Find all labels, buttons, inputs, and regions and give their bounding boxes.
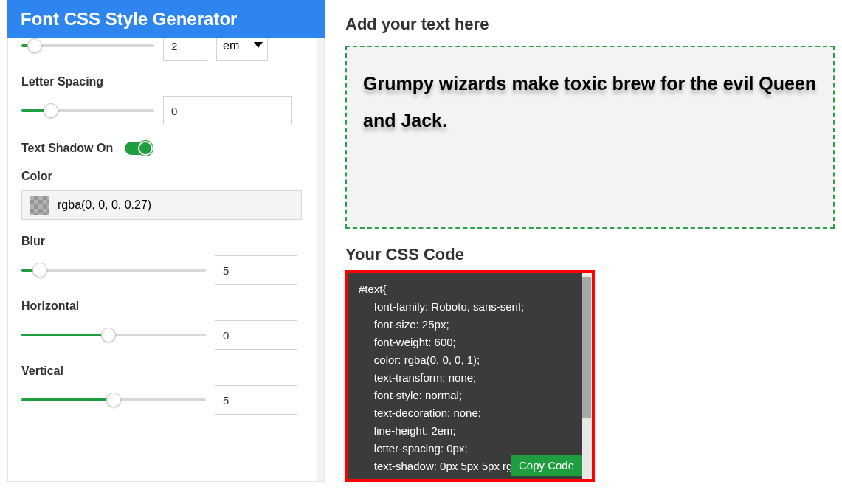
line-height-unit-select[interactable]: em: [216, 38, 268, 61]
text-shadow-toggle[interactable]: [125, 142, 151, 155]
preview-text: Grumpy wizards make toxic brew for the e…: [363, 65, 817, 139]
blur-slider[interactable]: [21, 263, 206, 277]
css-code-box[interactable]: #text{ font-family: Roboto, sans-serif; …: [348, 273, 592, 479]
code-highlight-border: #text{ font-family: Roboto, sans-serif; …: [345, 270, 595, 482]
line-height-slider[interactable]: [21, 38, 154, 53]
horizontal-label: Horizontal: [21, 300, 311, 313]
vertical-input[interactable]: [215, 385, 297, 415]
toggle-knob-icon: [138, 141, 153, 156]
code-scrollbar-thumb[interactable]: [582, 277, 591, 418]
controls-scrollbar[interactable]: [318, 245, 323, 311]
text-shadow-label: Text Shadow On: [21, 142, 113, 155]
page-title: Font CSS Style Generator: [7, 0, 325, 38]
letter-spacing-label: Letter Spacing: [21, 75, 311, 89]
blur-input[interactable]: [215, 255, 297, 285]
letter-spacing-slider[interactable]: [21, 103, 154, 118]
code-scrollbar-track[interactable]: [582, 273, 592, 479]
controls-panel: Line Height em Letter Spacing: [7, 38, 325, 482]
color-input[interactable]: rgba(0, 0, 0, 0.27): [21, 190, 302, 220]
blur-label: Blur: [21, 235, 311, 248]
vertical-label: Vertical: [21, 365, 311, 378]
color-swatch-icon: [30, 196, 49, 215]
copy-code-button[interactable]: Copy Code: [511, 455, 582, 476]
preview-title: Add your text here: [345, 15, 835, 34]
preview-box[interactable]: Grumpy wizards make toxic brew for the e…: [345, 46, 835, 229]
color-label: Color: [21, 170, 311, 183]
line-height-unit-label: em: [223, 39, 239, 52]
horizontal-slider[interactable]: [21, 328, 206, 342]
css-title: Your CSS Code: [345, 245, 835, 264]
letter-spacing-input[interactable]: [163, 96, 292, 125]
chevron-down-icon: [254, 42, 263, 48]
css-code-text: #text{ font-family: Roboto, sans-serif; …: [359, 280, 582, 479]
vertical-slider[interactable]: [21, 393, 206, 407]
line-height-input[interactable]: [163, 38, 207, 61]
color-value: rgba(0, 0, 0, 0.27): [58, 199, 151, 212]
horizontal-input[interactable]: [215, 320, 297, 350]
